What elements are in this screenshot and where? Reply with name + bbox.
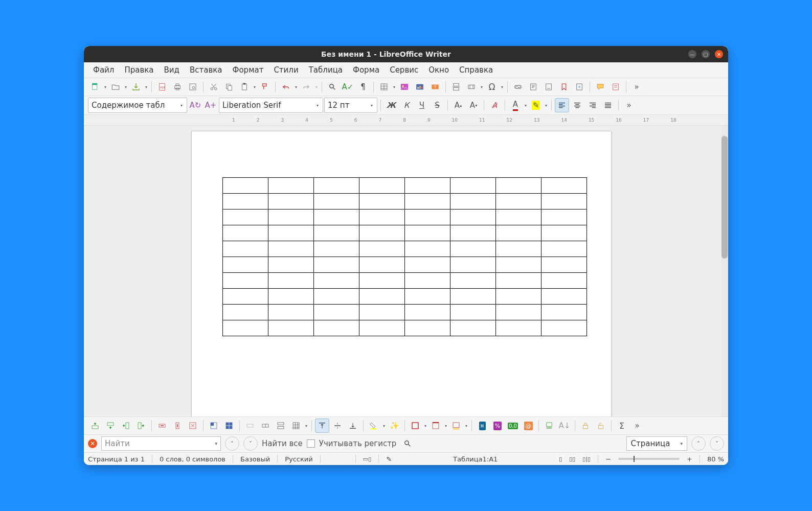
find-all-button[interactable]: Найти все xyxy=(262,439,303,448)
open-icon[interactable] xyxy=(108,80,123,94)
table-overflow-icon[interactable]: » xyxy=(630,419,644,433)
save-dropdown[interactable]: ▾ xyxy=(144,80,148,94)
table-cell[interactable] xyxy=(405,178,450,194)
highlight-icon[interactable]: ✎ xyxy=(529,98,543,112)
number-format-percent-icon[interactable]: % xyxy=(490,419,505,433)
border-style-icon[interactable] xyxy=(408,419,422,433)
table-cell[interactable] xyxy=(450,194,496,210)
vertical-scrollbar[interactable] xyxy=(721,126,728,416)
new-style-icon[interactable]: A+ xyxy=(204,98,218,112)
split-cells-icon[interactable] xyxy=(258,419,273,433)
select-table-icon[interactable] xyxy=(222,419,236,433)
font-color-dropdown[interactable]: ▾ xyxy=(524,99,528,112)
table-cell[interactable] xyxy=(542,241,587,257)
table-cell[interactable] xyxy=(223,178,268,194)
find-close-button[interactable]: ✕ xyxy=(88,439,97,448)
new-doc-dropdown[interactable]: ▾ xyxy=(103,80,107,94)
table-cell[interactable] xyxy=(223,289,268,305)
table-cell[interactable] xyxy=(268,210,314,225)
split-table-icon[interactable] xyxy=(274,419,288,433)
bold-icon[interactable]: Ж xyxy=(384,98,398,112)
undo-dropdown[interactable]: ▾ xyxy=(294,80,298,94)
table-cell[interactable] xyxy=(359,320,405,336)
find-input[interactable]: Найти ▾ xyxy=(101,436,221,451)
update-style-icon[interactable]: A↻ xyxy=(188,98,202,112)
document-table[interactable] xyxy=(222,177,587,336)
table-cell[interactable] xyxy=(496,320,542,336)
select-cell-icon[interactable] xyxy=(207,419,221,433)
border-width-dropdown[interactable]: ▾ xyxy=(444,419,448,432)
table-cell[interactable] xyxy=(405,289,450,305)
status-cell[interactable]: Таблица1:A1 xyxy=(453,455,498,463)
font-color-icon[interactable]: A xyxy=(508,98,523,112)
menu-format[interactable]: Формат xyxy=(229,63,268,77)
menu-window[interactable]: Окно xyxy=(424,63,453,77)
table-cell[interactable] xyxy=(359,257,405,273)
table-cell[interactable] xyxy=(223,194,268,210)
insert-footnote-icon[interactable] xyxy=(526,80,540,94)
table-cell[interactable] xyxy=(542,210,587,225)
status-page-style[interactable]: Базовый xyxy=(240,455,270,463)
horizontal-ruler[interactable]: 1 2 3 4 5 6 7 8 9 10 11 12 13 14 15 16 1… xyxy=(84,115,728,126)
optimize-size-dropdown[interactable]: ▾ xyxy=(304,419,308,432)
table-cell[interactable] xyxy=(223,257,268,273)
insert-textbox-icon[interactable]: T xyxy=(428,80,442,94)
sort-icon[interactable]: A↓ xyxy=(557,419,572,433)
table-cell[interactable] xyxy=(450,305,496,320)
insert-image-icon[interactable] xyxy=(397,80,412,94)
table-cell[interactable] xyxy=(405,257,450,273)
insert-caption-icon[interactable] xyxy=(542,419,556,433)
table-cell[interactable] xyxy=(359,178,405,194)
table-cell[interactable] xyxy=(450,210,496,225)
table-cell[interactable] xyxy=(542,257,587,273)
table-cell[interactable] xyxy=(314,225,359,241)
table-cell[interactable] xyxy=(450,273,496,289)
table-cell[interactable] xyxy=(268,194,314,210)
close-button[interactable]: ✕ xyxy=(715,50,723,58)
protect-cells-icon[interactable] xyxy=(578,419,593,433)
insert-endnote-icon[interactable] xyxy=(542,80,556,94)
view-multi-page-icon[interactable]: ▯▯ xyxy=(569,456,575,462)
align-justify-icon[interactable] xyxy=(601,98,615,112)
table-cell[interactable] xyxy=(314,178,359,194)
table-cell[interactable] xyxy=(359,241,405,257)
table-cell[interactable] xyxy=(450,241,496,257)
border-style-dropdown[interactable]: ▾ xyxy=(423,419,427,432)
table-cell[interactable] xyxy=(405,225,450,241)
table-cell[interactable] xyxy=(405,320,450,336)
number-format-decimal-icon[interactable]: 0,0 xyxy=(506,419,520,433)
menu-form[interactable]: Форма xyxy=(349,63,384,77)
align-top-icon[interactable] xyxy=(315,419,329,433)
table-cell[interactable] xyxy=(359,194,405,210)
table-cell[interactable] xyxy=(268,273,314,289)
undo-icon[interactable] xyxy=(279,80,293,94)
table-cell[interactable] xyxy=(405,241,450,257)
table-cell[interactable] xyxy=(542,320,587,336)
table-cell[interactable] xyxy=(496,273,542,289)
cut-icon[interactable] xyxy=(207,80,221,94)
maximize-button[interactable]: ▢ xyxy=(702,50,710,58)
font-name-combo[interactable]: Liberation Serif ▾ xyxy=(219,98,323,113)
table-cell[interactable] xyxy=(542,273,587,289)
highlight-dropdown[interactable]: ▾ xyxy=(544,99,548,112)
subscript-icon[interactable]: A▾ xyxy=(466,98,481,112)
table-cell[interactable] xyxy=(450,320,496,336)
cell-bg-color-icon[interactable] xyxy=(367,419,381,433)
align-bottom-icon[interactable] xyxy=(346,419,360,433)
menu-insert[interactable]: Вставка xyxy=(186,63,227,77)
table-cell[interactable] xyxy=(314,320,359,336)
table-cell[interactable] xyxy=(450,178,496,194)
zoom-value[interactable]: 80 % xyxy=(707,455,724,463)
menu-styles[interactable]: Стили xyxy=(269,63,302,77)
find-options-icon[interactable] xyxy=(400,436,415,451)
navigate-by-combo[interactable]: Страница ▾ xyxy=(626,436,687,451)
view-book-icon[interactable]: ▯|▯ xyxy=(582,456,591,462)
insert-chart-icon[interactable] xyxy=(413,80,427,94)
table-cell[interactable] xyxy=(314,241,359,257)
align-center-icon[interactable] xyxy=(570,98,584,112)
table-cell[interactable] xyxy=(359,305,405,320)
find-prev-button[interactable]: ˄ xyxy=(225,436,239,451)
table-cell[interactable] xyxy=(496,257,542,273)
table-cell[interactable] xyxy=(223,210,268,225)
insert-col-before-icon[interactable] xyxy=(119,419,133,433)
